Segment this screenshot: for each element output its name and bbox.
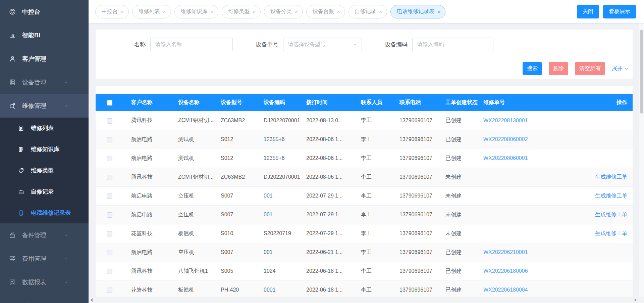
close-button[interactable]: 关闭 [577, 5, 599, 18]
close-tab-icon[interactable]: × [295, 9, 298, 14]
tab-repair-list[interactable]: 维修列表× [132, 5, 171, 18]
cell-repair-order-no[interactable]: WX202206210001 [478, 243, 565, 262]
sidebar-item-data-report[interactable]: 数据报表 [0, 270, 89, 294]
close-tab-icon[interactable]: × [253, 9, 256, 14]
delete-button[interactable]: 删除 [549, 62, 568, 75]
horizontal-scrollbar[interactable] [89, 297, 639, 303]
sidebar-item-device-mgmt[interactable]: 设备管理 [0, 71, 89, 94]
cell-code: 001 [258, 205, 301, 224]
close-tab-icon[interactable]: × [437, 9, 440, 14]
row-checkbox[interactable] [107, 288, 112, 293]
device-model-select[interactable]: 请选择设备型号 [283, 38, 362, 51]
cell-actions [565, 243, 633, 262]
vertical-scrollbar-thumb[interactable] [640, 30, 643, 114]
cell-time: 2022-08-13 0... [301, 111, 356, 130]
cell-contact: 李工 [356, 205, 394, 224]
sidebar-item-system-settings[interactable]: 系统设置 [0, 294, 89, 303]
cell-actions [565, 280, 633, 297]
close-tab-icon[interactable]: × [337, 9, 340, 14]
tab-self-repair-record[interactable]: 自修记录× [348, 5, 387, 18]
cell-model: S010 [215, 224, 258, 243]
sidebar-item-customer-mgmt[interactable]: 客户管理 [0, 47, 89, 71]
tab-phone-repair-record[interactable]: 电话维修记录表× [390, 5, 445, 18]
scroll-right-arrow-icon[interactable] [635, 298, 637, 302]
board-display-button[interactable]: 看板展示 [603, 5, 636, 18]
sidebar-item-console[interactable]: 中控台 [0, 0, 89, 24]
row-checkbox[interactable] [107, 231, 112, 236]
cell-code: 001 [258, 243, 301, 262]
cell-customer: 腾讯科技 [126, 111, 173, 130]
cell-phone: 13790696107 [394, 149, 440, 168]
tab-device-category[interactable]: 设备分类× [264, 5, 303, 18]
cell-repair-order-no[interactable]: WX202208130001 [478, 111, 565, 130]
toolbox-icon [9, 231, 16, 239]
expand-toggle[interactable]: 展开 [612, 65, 629, 72]
tab-repair-knowledge[interactable]: 维修知识库× [174, 5, 219, 18]
cell-status: 未创建 [440, 224, 478, 243]
name-input[interactable] [150, 38, 233, 51]
cell-phone: 13790696107 [394, 168, 440, 186]
table-row: 航启电路空压机S0070012022-06-21 1...李工137906961… [96, 243, 633, 262]
row-checkbox[interactable] [107, 193, 112, 199]
row-checkbox[interactable] [107, 250, 112, 255]
row-checkbox[interactable] [107, 156, 112, 161]
sidebar-item-phone-repair-record[interactable]: 电话维修记录表 [0, 202, 89, 223]
cell-time: 2022-06-21 1... [301, 243, 356, 262]
cell-code: S20220719 [258, 224, 301, 243]
select-all-checkbox[interactable] [107, 100, 112, 105]
tab-console[interactable]: 中控台× [95, 5, 129, 18]
cell-contact: 李工 [356, 280, 394, 297]
cell-contact: 李工 [356, 186, 394, 205]
sidebar-item-repair-mgmt[interactable]: 维修管理 [0, 94, 89, 118]
cell-repair-order-no[interactable]: WX202206180004 [478, 280, 565, 297]
generate-workorder-link[interactable]: 生成维修工单 [595, 212, 627, 217]
cell-device: 板翘机 [173, 280, 215, 297]
sidebar-item-cost-mgmt[interactable]: 费用管理 [0, 247, 89, 270]
cell-repair-order-no[interactable]: WX202208060001 [478, 149, 565, 168]
sidebar-item-self-repair-record[interactable]: 自修记录 [0, 181, 89, 202]
sidebar-item-repair-list[interactable]: 维修列表 [0, 118, 89, 139]
clear-all-button[interactable]: 清空所有 [575, 62, 605, 75]
generate-workorder-link[interactable]: 生成维修工单 [595, 230, 627, 236]
close-tab-icon[interactable]: × [163, 9, 166, 14]
row-checkbox-cell [96, 186, 126, 205]
tab-repair-type[interactable]: 维修类型× [222, 5, 261, 18]
sidebar-item-label: 维修管理 [22, 102, 46, 110]
sidebar-item-repair-knowledge[interactable]: 维修知识库 [0, 139, 89, 160]
close-tab-icon[interactable]: × [379, 9, 382, 14]
cell-repair-order-no[interactable]: WX202206180006 [478, 262, 565, 280]
scroll-left-arrow-icon[interactable] [90, 298, 93, 302]
sidebar-item-repair-type[interactable]: 维修类型 [0, 160, 89, 181]
main-area: 中控台×维修列表×维修知识库×维修类型×设备分类×设备台账×自修记录×电话维修记… [89, 0, 644, 303]
vertical-scrollbar[interactable] [639, 24, 644, 297]
cell-model: S007 [215, 205, 258, 224]
table-row: 腾讯科技ZCMT铝材切...ZC63MB2DJ20220700012022-08… [96, 111, 633, 130]
close-tab-icon[interactable]: × [121, 9, 124, 14]
chevron-down-icon [64, 233, 68, 237]
row-checkbox[interactable] [107, 175, 112, 180]
sidebar-item-smart-bi[interactable]: 智能BI [0, 24, 89, 47]
cell-phone: 13790696107 [394, 280, 440, 297]
chevron-down-icon [64, 80, 68, 85]
generate-workorder-link[interactable]: 生成维修工单 [595, 193, 627, 199]
generate-workorder-link[interactable]: 生成维修工单 [595, 174, 627, 180]
row-checkbox[interactable] [107, 118, 112, 124]
row-checkbox[interactable] [107, 212, 112, 218]
device-code-input[interactable] [412, 38, 493, 51]
cell-repair-order-no[interactable]: WX202208060002 [478, 130, 565, 149]
column-header-device-model: 设备型号 [215, 94, 258, 111]
search-button[interactable]: 搜索 [523, 62, 542, 75]
row-checkbox[interactable] [107, 269, 112, 274]
cell-actions [565, 149, 633, 168]
cell-code: 0001 [258, 280, 301, 297]
tab-device-ledger[interactable]: 设备台账× [306, 5, 345, 18]
cell-device: 测试机 [173, 149, 215, 168]
cell-device: ZCMT铝材切... [173, 111, 215, 130]
row-checkbox-cell [96, 149, 126, 168]
sidebar-item-spare-parts-mgmt[interactable]: 备件管理 [0, 223, 89, 247]
table-row: 航启电路测试机S01212355+62022-08-06 1...李工13790… [96, 130, 633, 149]
column-header-actions: 操作 [565, 94, 633, 111]
row-checkbox[interactable] [107, 137, 112, 142]
cell-status: 已创建 [440, 280, 478, 297]
close-tab-icon[interactable]: × [211, 9, 214, 14]
